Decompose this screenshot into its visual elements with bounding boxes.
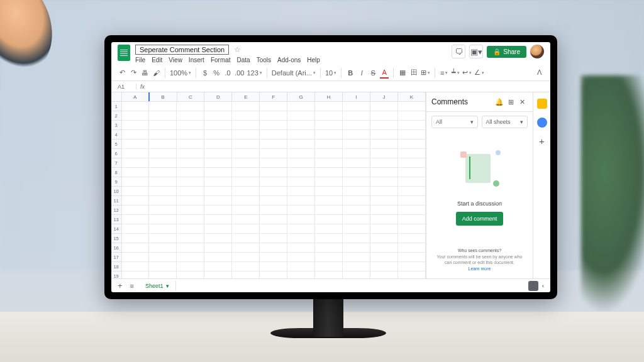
row-header[interactable]: 17	[111, 253, 122, 262]
row-header[interactable]: 12	[111, 206, 122, 215]
cell[interactable]	[232, 140, 260, 149]
cell[interactable]	[315, 253, 343, 262]
cell[interactable]	[260, 158, 287, 168]
row-header[interactable]: 8	[111, 168, 122, 177]
cell[interactable]	[232, 158, 260, 168]
cell[interactable]	[370, 234, 398, 243]
cell[interactable]	[177, 121, 204, 130]
column-header[interactable]: F	[260, 92, 287, 101]
cell[interactable]	[177, 253, 204, 262]
cell[interactable]	[149, 224, 177, 234]
notifications-icon[interactable]: 🔔	[494, 96, 505, 107]
cell[interactable]	[177, 224, 204, 234]
merge-cells-button[interactable]: ⊞	[421, 67, 430, 79]
cell[interactable]	[260, 196, 287, 206]
cell[interactable]	[260, 253, 287, 262]
cell[interactable]	[343, 187, 370, 196]
cell[interactable]	[287, 234, 315, 243]
cell[interactable]	[149, 234, 177, 243]
currency-button[interactable]: $	[201, 67, 209, 79]
cell[interactable]	[232, 253, 260, 262]
cell[interactable]	[343, 168, 370, 177]
column-header[interactable]: H	[315, 92, 343, 101]
cell[interactable]	[204, 149, 232, 158]
cell[interactable]	[370, 262, 398, 272]
column-header[interactable]: G	[287, 92, 315, 101]
cell[interactable]	[149, 272, 177, 278]
row-header[interactable]: 9	[111, 177, 122, 187]
cell[interactable]	[122, 262, 150, 272]
cell[interactable]	[315, 177, 343, 187]
row-header[interactable]: 2	[111, 111, 122, 121]
cell[interactable]	[315, 149, 343, 158]
cell[interactable]	[232, 206, 260, 215]
cell[interactable]	[177, 215, 204, 224]
fill-color-button[interactable]: ▦	[398, 67, 407, 79]
cell[interactable]	[260, 168, 287, 177]
cell[interactable]	[260, 243, 287, 253]
column-header[interactable]: B	[150, 92, 177, 101]
cell[interactable]	[232, 196, 260, 206]
cell[interactable]	[122, 215, 150, 224]
cell[interactable]	[122, 158, 150, 168]
cell[interactable]	[370, 140, 398, 149]
column-header[interactable]: I	[343, 92, 370, 101]
cell[interactable]	[287, 253, 315, 262]
cell[interactable]	[204, 130, 232, 140]
cell[interactable]	[177, 111, 204, 121]
cell[interactable]	[398, 215, 426, 224]
cell[interactable]	[177, 130, 204, 140]
paint-format-button[interactable]: 🖌	[152, 67, 160, 79]
explore-icon[interactable]	[528, 281, 538, 291]
cell[interactable]	[232, 272, 260, 278]
cell[interactable]	[287, 224, 315, 234]
cell[interactable]	[370, 130, 398, 140]
cell[interactable]	[232, 234, 260, 243]
text-wrap-button[interactable]: ↩	[462, 67, 472, 79]
menu-file[interactable]: File	[135, 57, 145, 63]
learn-more-link[interactable]: Learn more	[433, 266, 526, 272]
column-headers[interactable]: ABCDEFGHIJK	[111, 92, 426, 102]
tasks-icon[interactable]	[537, 118, 547, 128]
cell[interactable]	[122, 234, 150, 243]
cell[interactable]	[204, 187, 232, 196]
cell[interactable]	[177, 158, 204, 168]
cell[interactable]	[149, 253, 177, 262]
cell[interactable]	[315, 111, 343, 121]
cell[interactable]	[343, 158, 370, 168]
cell[interactable]	[149, 130, 177, 140]
cell[interactable]	[287, 130, 315, 140]
cell[interactable]	[232, 224, 260, 234]
cell[interactable]	[370, 149, 398, 158]
menu-add-ons[interactable]: Add-ons	[277, 57, 301, 63]
cell[interactable]	[315, 102, 343, 111]
keep-icon[interactable]	[537, 99, 547, 109]
row-header[interactable]: 16	[111, 243, 122, 253]
document-title-input[interactable]: Seperate Comment Section	[135, 45, 229, 55]
cell[interactable]	[232, 111, 260, 121]
cell[interactable]	[177, 177, 204, 187]
font-dropdown[interactable]: Default (Ari...	[272, 67, 316, 79]
cell[interactable]	[315, 272, 343, 278]
cell[interactable]	[287, 272, 315, 278]
cell[interactable]	[260, 121, 287, 130]
cell[interactable]	[177, 187, 204, 196]
cell[interactable]	[204, 168, 232, 177]
comment-history-icon[interactable]: 🗨	[452, 45, 465, 58]
cell[interactable]	[287, 177, 315, 187]
cell[interactable]	[204, 224, 232, 234]
cell[interactable]	[204, 140, 232, 149]
increase-decimal-button[interactable]: .00	[235, 67, 244, 79]
cell[interactable]	[343, 234, 370, 243]
cell[interactable]	[315, 196, 343, 206]
cell[interactable]	[204, 111, 232, 121]
cell[interactable]	[343, 121, 370, 130]
cell[interactable]	[315, 206, 343, 215]
cell[interactable]	[370, 253, 398, 262]
cell[interactable]	[370, 168, 398, 177]
cell[interactable]	[204, 262, 232, 272]
star-icon[interactable]: ☆	[234, 45, 241, 54]
bold-button[interactable]: B	[346, 67, 355, 79]
cell[interactable]	[343, 130, 370, 140]
cell[interactable]	[370, 215, 398, 224]
